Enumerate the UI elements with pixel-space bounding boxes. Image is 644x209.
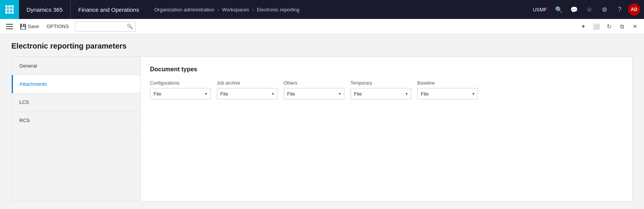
breadcrumb: Organization administration › Workspaces…: [147, 7, 529, 13]
select-others[interactable]: File ▾: [284, 88, 344, 99]
sidebar-item-lcs[interactable]: LCS: [12, 93, 140, 112]
label-others: Others: [284, 80, 344, 86]
breadcrumb-item-er[interactable]: Electronic reporting: [257, 7, 299, 13]
breadcrumb-sep-1: ›: [217, 7, 219, 13]
toolbar: 💾 Save OPTIONS 🔍 ✦ ⬜ ↻ ⧉ ✕: [0, 19, 644, 34]
field-group-configurations: Configurations File ▾: [150, 80, 211, 99]
sidebar-item-general[interactable]: General: [12, 57, 140, 75]
panel-title: Document types: [150, 66, 623, 73]
side-nav: General Attachments LCS RCS: [12, 57, 141, 201]
label-job-archive: Job archive: [217, 80, 278, 86]
select-configurations[interactable]: File ▾: [150, 88, 211, 99]
module-name: Finance and Operations: [71, 0, 147, 19]
right-panel: Document types Configurations File ▾ Job…: [141, 57, 632, 201]
label-baseline: Baseline: [417, 80, 478, 86]
select-baseline[interactable]: File ▾: [417, 88, 478, 99]
top-nav-bar: Dynamics 365 Finance and Operations Orga…: [0, 0, 644, 19]
field-group-temporary: Temporary File ▾: [350, 80, 411, 99]
pin-icon[interactable]: ✦: [578, 21, 589, 32]
breadcrumb-item-org[interactable]: Organization administration: [154, 7, 214, 13]
select-temporary[interactable]: File ▾: [350, 88, 411, 99]
nav-right-area: USMF 🔍 💬 ☺ ⚙ ? AD: [529, 3, 644, 16]
sidebar-item-attachments[interactable]: Attachments: [12, 75, 140, 93]
new-window-icon[interactable]: ⧉: [617, 21, 627, 32]
close-icon[interactable]: ✕: [630, 21, 640, 32]
chevron-down-icon: ▾: [339, 91, 341, 96]
hamburger-button[interactable]: [4, 21, 15, 32]
message-icon[interactable]: 💬: [567, 3, 581, 16]
save-icon: 💾: [20, 24, 26, 30]
search-input[interactable]: [77, 24, 127, 29]
search-icon: 🔍: [127, 24, 133, 29]
page-title: Electronic reporting parameters: [11, 42, 633, 50]
office-icon[interactable]: ⬜: [591, 21, 601, 32]
sidebar-item-rcs[interactable]: RCS: [12, 112, 140, 130]
main-content: Electronic reporting parameters General …: [0, 34, 644, 209]
app-name: Dynamics 365: [19, 0, 71, 19]
save-button[interactable]: 💾 Save: [17, 21, 42, 32]
document-types-grid: Configurations File ▾ Job archive File ▾…: [150, 80, 623, 99]
label-configurations: Configurations: [150, 80, 211, 86]
waffle-icon: [5, 5, 14, 14]
search-icon-nav[interactable]: 🔍: [552, 3, 566, 16]
settings-icon[interactable]: ⚙: [598, 3, 611, 16]
toolbar-search-box[interactable]: 🔍: [75, 22, 136, 31]
field-group-job-archive: Job archive File ▾: [217, 80, 278, 99]
toolbar-right-actions: ✦ ⬜ ↻ ⧉ ✕: [578, 21, 640, 32]
waffle-button[interactable]: [0, 0, 19, 19]
avatar[interactable]: AD: [628, 3, 640, 16]
field-group-baseline: Baseline File ▾: [417, 80, 478, 99]
options-button[interactable]: OPTIONS: [44, 21, 72, 32]
chevron-down-icon: ▾: [272, 91, 274, 96]
help-icon[interactable]: ?: [613, 3, 627, 16]
select-job-archive[interactable]: File ▾: [217, 88, 278, 99]
content-area: General Attachments LCS RCS Document typ…: [11, 57, 633, 201]
label-temporary: Temporary: [350, 80, 411, 86]
hamburger-icon: [6, 24, 13, 25]
breadcrumb-sep-2: ›: [252, 7, 254, 13]
company-selector[interactable]: USMF: [529, 7, 551, 13]
breadcrumb-item-workspaces[interactable]: Workspaces: [222, 7, 249, 13]
chevron-down-icon: ▾: [406, 91, 408, 96]
save-label: Save: [28, 24, 39, 29]
chevron-down-icon: ▾: [472, 91, 475, 96]
refresh-icon[interactable]: ↻: [604, 21, 614, 32]
smiley-icon[interactable]: ☺: [582, 3, 596, 16]
field-group-others: Others File ▾: [284, 80, 344, 99]
chevron-down-icon: ▾: [205, 91, 207, 96]
